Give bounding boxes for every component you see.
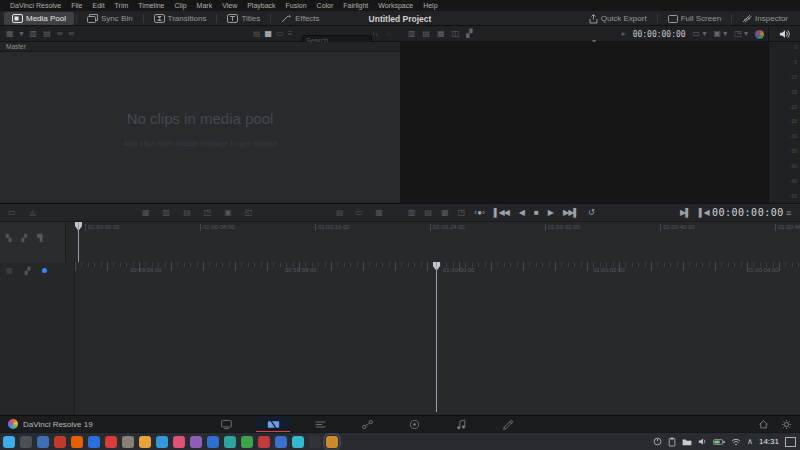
sync-icon[interactable]: ▚ [6, 234, 11, 241]
tools-icon[interactable]: ▜ [37, 234, 42, 241]
menu-item[interactable]: File [66, 2, 87, 9]
color-wheel-icon[interactable] [755, 30, 764, 39]
page-edit[interactable] [303, 417, 337, 431]
home-icon[interactable] [758, 419, 769, 430]
titles-button[interactable]: Titles [219, 12, 268, 25]
page-media[interactable] [209, 417, 243, 431]
app-red-2[interactable] [105, 436, 117, 448]
app-blue[interactable] [156, 436, 168, 448]
step-back-button[interactable]: ◀ [519, 208, 524, 217]
chevron-down-icon[interactable]: ▾ [20, 30, 24, 38]
thumbnail-view-icon[interactable]: ▦ [265, 30, 273, 38]
refresh-icon[interactable]: ◌ [387, 31, 391, 37]
page-deliver[interactable] [491, 417, 525, 431]
menu-item[interactable]: Playback [242, 2, 280, 9]
jog-control[interactable]: ‹ ● › [474, 208, 484, 217]
first-frame-button[interactable]: ▌◀ [699, 208, 709, 217]
smart-insert-icon[interactable]: ▦ [142, 209, 150, 217]
source-overwrite-icon[interactable]: ◱ [245, 209, 253, 217]
razor-icon[interactable]: ▞ [466, 30, 472, 38]
app-green[interactable] [241, 436, 253, 448]
next-clip-button[interactable]: ▶▶▌ [563, 208, 578, 217]
app-cyan[interactable] [292, 436, 304, 448]
timeline-options-icon[interactable]: ≡ [786, 204, 791, 221]
full-extent-icon[interactable]: ▭ [356, 209, 364, 217]
power-icon[interactable] [653, 437, 662, 446]
effects-button[interactable]: Effects [273, 12, 327, 25]
transitions-button[interactable]: Transitions [146, 12, 215, 25]
menu-item[interactable]: Mark [192, 2, 218, 9]
volume-icon[interactable] [698, 437, 707, 446]
multicam-icon[interactable]: ▦ [437, 30, 445, 38]
metadata-view-icon[interactable]: ▤ [253, 30, 261, 38]
media-pool-panel[interactable]: No clips in media pool Add clips from Me… [0, 52, 400, 203]
mute-icon[interactable]: ▦ [441, 208, 448, 217]
prev-clip-button[interactable]: ▌◀◀ [494, 208, 509, 217]
page-cut[interactable] [256, 417, 290, 431]
overview-playhead[interactable] [78, 222, 79, 262]
new-smart-bin-icon[interactable]: ▤ [43, 30, 51, 38]
quick-export-button[interactable]: Quick Export [581, 12, 655, 25]
menu-item[interactable]: Workspace [373, 2, 418, 9]
speaker-icon[interactable] [779, 29, 790, 39]
tools-icon[interactable]: ▥ [408, 208, 415, 217]
app-pink[interactable] [173, 436, 185, 448]
menu-item[interactable]: Help [418, 2, 442, 9]
bin-label[interactable]: Master [6, 43, 26, 50]
virtual-desktop-pager[interactable] [785, 437, 796, 447]
strip-view-icon[interactable]: ▭ [276, 30, 284, 38]
app-purple[interactable] [190, 436, 202, 448]
menu-item[interactable]: View [217, 2, 242, 9]
timeline-timecode[interactable]: 00:00:00:00 [712, 204, 784, 221]
bin-list-icon[interactable]: ▦ [6, 30, 14, 38]
firefox[interactable] [71, 436, 83, 448]
new-bin-icon[interactable]: ▥ [30, 30, 38, 38]
zoom-menu-icon[interactable]: ◳ ▾ [734, 30, 748, 38]
loop-button[interactable]: ↺ [588, 208, 594, 217]
viewer-timecode[interactable]: 00:00:00:00 [633, 30, 686, 39]
kde-menu[interactable] [3, 436, 15, 448]
taskbar-clock[interactable]: 14:31 [759, 437, 779, 446]
timeline-zoom-icon[interactable]: ▤ [336, 209, 344, 217]
sort-icon[interactable]: ↑↓ [372, 31, 378, 37]
inspector-button[interactable]: Inspector [734, 12, 796, 25]
folder-icon[interactable] [682, 438, 692, 446]
app-blue-3[interactable] [275, 436, 287, 448]
menu-item[interactable]: Clip [170, 2, 192, 9]
play-around-button[interactable]: ▶▌ [680, 208, 690, 217]
battery-icon[interactable] [713, 438, 725, 446]
playhead[interactable] [436, 262, 437, 412]
menu-item[interactable]: Color [312, 2, 339, 9]
menu-item[interactable]: Edit [88, 2, 110, 9]
video-only-icon[interactable]: ▥ [408, 30, 416, 38]
chevron-up-icon[interactable]: ∧ [747, 437, 753, 446]
camera-icon[interactable]: ▤ [425, 208, 432, 217]
close-up-icon[interactable]: ◳ [204, 209, 212, 217]
audio-trim-icon[interactable]: ▞ [21, 234, 26, 241]
page-color[interactable] [397, 417, 431, 431]
fast-review-icon[interactable]: ◬ [30, 209, 36, 217]
link-icon[interactable]: ∞ [68, 30, 74, 38]
list-view-icon[interactable]: ≡ [288, 30, 293, 38]
marker-icon[interactable] [42, 268, 47, 273]
stop-button[interactable]: ■ [534, 208, 538, 217]
timeline-detail[interactable]: ▥ ▞ 00:59:56:0000:59:58:0001:00:00:0001:… [0, 262, 800, 415]
sync-bin-button[interactable]: Sync Bin [79, 12, 141, 25]
settings-gear-icon[interactable] [781, 419, 792, 430]
video-track-icon[interactable]: ▥ [6, 267, 13, 274]
resolution-menu-icon[interactable]: ▭ ▾ [693, 30, 707, 38]
clipboard-icon[interactable] [668, 437, 676, 447]
full-screen-button[interactable]: Full Screen [660, 12, 729, 25]
gimp[interactable] [122, 436, 134, 448]
split-view-icon[interactable]: ◫ [452, 30, 460, 38]
play-button[interactable]: ▶ [548, 208, 553, 217]
page-fusion[interactable] [350, 417, 384, 431]
display-menu-icon[interactable]: ▣ ▾ [713, 30, 727, 38]
menu-item[interactable]: Fairlight [338, 2, 373, 9]
app-red[interactable] [54, 436, 66, 448]
clip-play-icon[interactable]: ◳ [458, 208, 465, 217]
razor-tool-icon[interactable]: ▞ [25, 267, 30, 274]
pager-widget[interactable] [20, 436, 32, 448]
app-teal[interactable] [224, 436, 236, 448]
overview-ruler[interactable]: 01:00:00:0001:00:08:0001:00:16:0001:00:2… [66, 222, 800, 262]
